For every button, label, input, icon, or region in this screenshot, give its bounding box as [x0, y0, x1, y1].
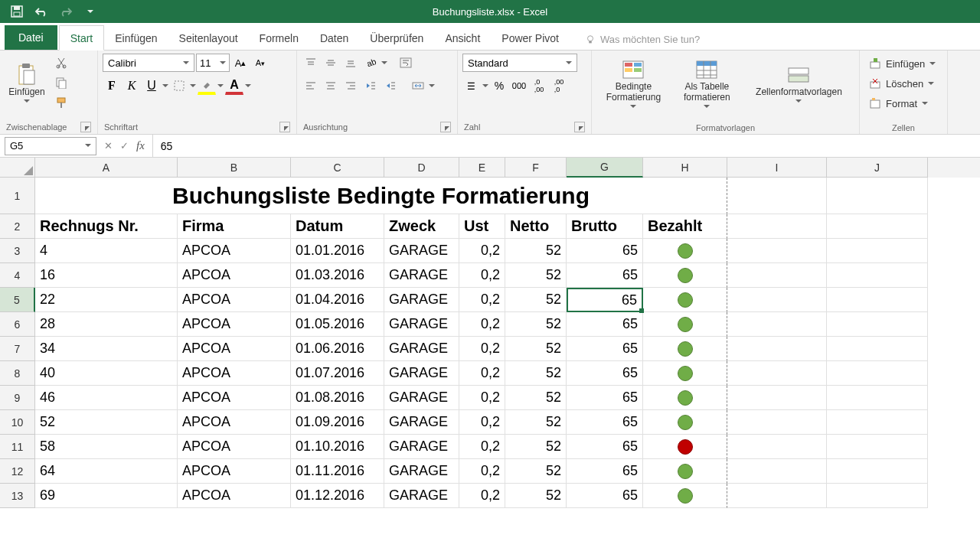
cell[interactable]: 0,2	[459, 435, 505, 459]
cell[interactable]	[827, 386, 928, 410]
increase-font-icon[interactable]: A▴	[231, 54, 250, 72]
column-header-C[interactable]: C	[291, 158, 384, 178]
cell[interactable]: 01.07.2016	[291, 361, 384, 386]
align-middle-icon[interactable]	[322, 54, 340, 72]
row-header-11[interactable]: 11	[0, 435, 35, 459]
cell[interactable]: 01.10.2016	[291, 435, 384, 459]
cell[interactable]: 65	[567, 239, 643, 263]
cell[interactable]: 52	[505, 361, 567, 386]
cell[interactable]: GARAGE	[384, 288, 459, 312]
increase-indent-icon[interactable]	[381, 77, 400, 95]
cell[interactable]	[827, 263, 928, 288]
cell[interactable]: 65	[567, 263, 643, 288]
cell[interactable]	[827, 214, 928, 239]
row-header-7[interactable]: 7	[0, 337, 35, 361]
cell[interactable]	[727, 239, 827, 263]
cell[interactable]: GARAGE	[384, 435, 459, 459]
font-size-select[interactable]: 11	[196, 54, 230, 72]
cell[interactable]: 01.05.2016	[291, 312, 384, 337]
format-cells-button[interactable]: Format	[864, 93, 933, 113]
column-header-J[interactable]: J	[827, 158, 928, 178]
cell[interactable]: APCOA	[178, 312, 291, 337]
cell[interactable]: GARAGE	[384, 410, 459, 435]
name-box[interactable]: G5	[5, 137, 96, 155]
cell[interactable]	[827, 410, 928, 435]
format-painter-icon[interactable]	[52, 93, 70, 112]
cell[interactable]: Zweck	[384, 214, 459, 239]
cell[interactable]	[727, 263, 827, 288]
cell[interactable]: GARAGE	[384, 386, 459, 410]
cell[interactable]: 65	[567, 410, 643, 435]
cell[interactable]: APCOA	[178, 337, 291, 361]
cell[interactable]: 4	[35, 239, 178, 263]
align-bottom-icon[interactable]	[341, 54, 360, 72]
cell[interactable]: 40	[35, 361, 178, 386]
tab-ansicht[interactable]: Ansicht	[434, 26, 491, 50]
cell[interactable]: GARAGE	[384, 239, 459, 263]
save-icon[interactable]	[6, 2, 28, 21]
cell[interactable]: 01.04.2016	[291, 288, 384, 312]
cell[interactable]: 65	[567, 435, 643, 459]
merge-center-icon[interactable]	[409, 77, 427, 95]
cell[interactable]	[643, 239, 727, 263]
row-header-8[interactable]: 8	[0, 361, 35, 386]
column-header-H[interactable]: H	[643, 158, 727, 178]
column-header-E[interactable]: E	[459, 158, 505, 178]
tell-me-search[interactable]: Was möchten Sie tun?	[579, 29, 706, 50]
cell[interactable]	[827, 178, 928, 214]
cell[interactable]: Datum	[291, 214, 384, 239]
cell[interactable]: Rechnugs Nr.	[35, 214, 178, 239]
number-launcher[interactable]	[574, 122, 585, 132]
align-top-icon[interactable]	[302, 54, 320, 72]
cell[interactable]: 52	[505, 263, 567, 288]
cell[interactable]	[827, 484, 928, 508]
cell[interactable]: 0,2	[459, 312, 505, 337]
underline-button[interactable]: U	[142, 77, 161, 95]
cell[interactable]	[727, 459, 827, 484]
row-header-12[interactable]: 12	[0, 459, 35, 484]
cell[interactable]: 65	[567, 312, 643, 337]
cell[interactable]	[643, 312, 727, 337]
redo-icon[interactable]	[55, 2, 77, 21]
align-right-icon[interactable]	[341, 77, 360, 95]
cell[interactable]: 52	[505, 386, 567, 410]
cell[interactable]: 65	[567, 288, 643, 312]
cell[interactable]: 01.06.2016	[291, 337, 384, 361]
fx-icon[interactable]: fx	[136, 139, 145, 152]
row-header-2[interactable]: 2	[0, 214, 35, 239]
row-header-3[interactable]: 3	[0, 239, 35, 263]
cell[interactable]: 52	[505, 459, 567, 484]
cell[interactable]: Bezahlt	[643, 214, 727, 239]
thousands-icon[interactable]: 000	[510, 77, 528, 95]
cell[interactable]: APCOA	[178, 435, 291, 459]
fill-color-icon[interactable]	[198, 77, 216, 95]
qat-more-icon[interactable]	[80, 2, 101, 21]
cell[interactable]: 52	[505, 239, 567, 263]
cell[interactable]: 0,2	[459, 263, 505, 288]
cell[interactable]: APCOA	[178, 386, 291, 410]
row-header-6[interactable]: 6	[0, 312, 35, 337]
undo-icon[interactable]	[31, 2, 52, 21]
row-header-4[interactable]: 4	[0, 263, 35, 288]
cell[interactable]: 65	[567, 386, 643, 410]
cell[interactable]: 0,2	[459, 239, 505, 263]
cell[interactable]: APCOA	[178, 288, 291, 312]
cell[interactable]: 0,2	[459, 288, 505, 312]
cell[interactable]	[643, 361, 727, 386]
font-color-icon[interactable]: A	[225, 77, 243, 95]
tab-seitenlayout[interactable]: Seitenlayout	[168, 26, 249, 50]
cell[interactable]: 01.11.2016	[291, 459, 384, 484]
wrap-text-icon[interactable]	[397, 54, 415, 72]
cell[interactable]: APCOA	[178, 459, 291, 484]
decrease-font-icon[interactable]: A▾	[251, 54, 270, 72]
cut-icon[interactable]	[52, 54, 70, 72]
column-header-B[interactable]: B	[178, 158, 291, 178]
cell[interactable]: APCOA	[178, 410, 291, 435]
cell[interactable]: 01.12.2016	[291, 484, 384, 508]
column-header-D[interactable]: D	[384, 158, 459, 178]
cell[interactable]	[727, 214, 827, 239]
cell[interactable]: 52	[505, 337, 567, 361]
accounting-format-icon[interactable]: ☰	[462, 77, 481, 95]
cell[interactable]: 01.03.2016	[291, 263, 384, 288]
cell[interactable]	[643, 459, 727, 484]
